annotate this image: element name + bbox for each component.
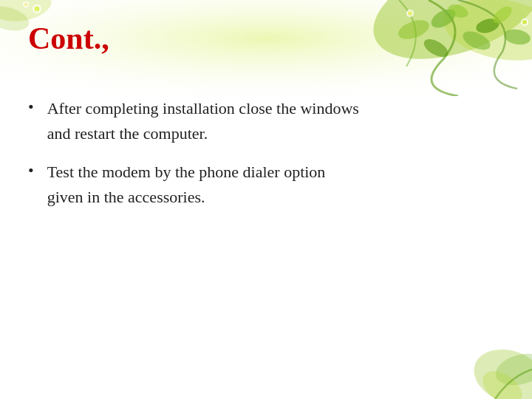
- svg-point-18: [35, 7, 40, 12]
- svg-point-4: [446, 2, 470, 21]
- svg-point-17: [33, 4, 41, 13]
- bullet-dot-1: •: [28, 98, 34, 117]
- bullet-text-2: Test the modem by the phone dialer optio…: [47, 160, 326, 210]
- bullet-1-line1: After completing installation close the …: [47, 99, 359, 117]
- bullet-dot-2: •: [28, 161, 34, 180]
- svg-point-5: [474, 16, 501, 35]
- svg-point-7: [490, 3, 514, 27]
- bullet-1-line2: and restart the computer.: [47, 124, 208, 143]
- bullet-item-2: • Test the modem by the phone dialer opt…: [28, 160, 504, 210]
- bullet-text-1: After completing installation close the …: [47, 96, 359, 146]
- bullet-2-line1: Test the modem by the phone dialer optio…: [47, 163, 326, 181]
- slide-title: Cont.,: [28, 21, 109, 56]
- svg-point-19: [23, 1, 29, 7]
- bullet-item-1: • After completing installation close th…: [28, 96, 504, 146]
- bullet-2-line2: given in the accessories.: [47, 188, 205, 206]
- svg-point-11: [406, 10, 414, 17]
- svg-point-13: [521, 18, 528, 26]
- svg-point-22: [492, 349, 532, 391]
- svg-point-3: [428, 5, 458, 31]
- svg-point-1: [360, 0, 532, 79]
- svg-point-12: [408, 11, 412, 16]
- svg-point-8: [503, 27, 532, 47]
- svg-point-6: [460, 27, 494, 53]
- bottom-right-decoration: [443, 310, 532, 399]
- svg-point-10: [421, 35, 451, 61]
- svg-point-23: [477, 364, 528, 399]
- svg-point-21: [466, 340, 532, 399]
- svg-point-14: [522, 20, 527, 24]
- slide: Cont., • After completing installation c…: [0, 0, 532, 399]
- svg-point-20: [24, 3, 28, 7]
- svg-point-9: [396, 16, 432, 43]
- svg-point-2: [439, 0, 532, 69]
- slide-content: • After completing installation close th…: [28, 96, 504, 223]
- svg-point-16: [0, 2, 32, 35]
